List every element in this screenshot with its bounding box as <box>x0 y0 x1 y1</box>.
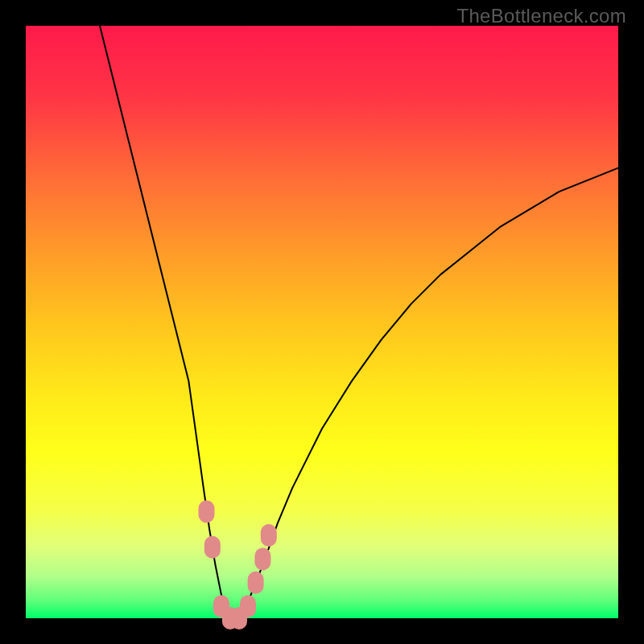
bottleneck-chart: TheBottleneck.com <box>0 0 644 644</box>
chart-svg <box>0 0 644 644</box>
marker-dot <box>240 595 256 617</box>
marker-dot <box>254 547 270 570</box>
marker-dot <box>199 501 215 523</box>
chart-background <box>26 26 618 618</box>
marker-dot <box>248 572 264 594</box>
marker-dot <box>204 536 221 559</box>
marker-dot <box>261 524 277 547</box>
watermark-text: TheBottleneck.com <box>456 5 626 27</box>
